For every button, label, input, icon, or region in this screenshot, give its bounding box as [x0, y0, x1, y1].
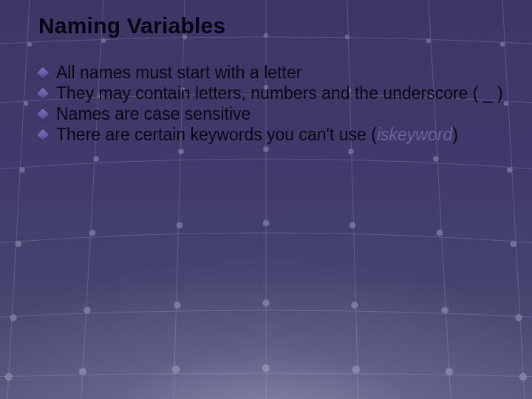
svg-point-22	[89, 230, 95, 236]
bullet-text: )	[452, 125, 458, 144]
svg-point-30	[174, 302, 181, 309]
svg-point-16	[179, 149, 184, 154]
svg-point-24	[263, 220, 269, 226]
svg-point-26	[437, 230, 443, 236]
list-item: They may contain letters, numbers and th…	[38, 83, 504, 103]
svg-point-35	[5, 373, 13, 381]
svg-point-14	[20, 168, 25, 173]
svg-point-32	[352, 302, 358, 309]
bullet-text: All names must start with a letter	[56, 63, 301, 82]
svg-point-34	[516, 315, 522, 321]
bullet-text: They may contain letters, numbers and th…	[56, 83, 503, 103]
keyword-text: iskeyword	[377, 125, 452, 144]
svg-point-23	[177, 222, 183, 228]
svg-point-41	[519, 373, 527, 381]
svg-point-19	[434, 157, 439, 162]
svg-point-21	[16, 241, 21, 247]
svg-point-37	[172, 366, 180, 373]
bullet-list: All names must start with a letter They …	[38, 62, 504, 145]
svg-point-38	[262, 364, 270, 372]
svg-point-17	[264, 147, 269, 152]
svg-point-18	[349, 149, 354, 154]
list-item: There are certain keywords you can't use…	[38, 124, 504, 145]
svg-point-20	[508, 168, 513, 173]
bullet-text: There are certain keywords you can't use…	[56, 125, 377, 144]
bullet-text: Names are case sensitive	[56, 104, 250, 123]
svg-point-36	[79, 368, 86, 375]
svg-point-15	[94, 157, 99, 162]
slide-content: Naming Variables All names must start wi…	[0, 0, 532, 145]
svg-point-27	[511, 241, 516, 247]
svg-point-39	[352, 366, 360, 373]
svg-point-29	[84, 307, 91, 314]
svg-point-40	[446, 368, 453, 375]
svg-point-25	[349, 222, 355, 228]
svg-point-33	[442, 307, 449, 314]
slide-title: Naming Variables	[38, 13, 504, 38]
list-item: All names must start with a letter	[38, 62, 504, 83]
svg-point-28	[10, 315, 17, 321]
svg-point-31	[263, 300, 270, 307]
slide: Naming Variables All names must start wi…	[0, 0, 532, 399]
list-item: Names are case sensitive	[38, 103, 504, 124]
